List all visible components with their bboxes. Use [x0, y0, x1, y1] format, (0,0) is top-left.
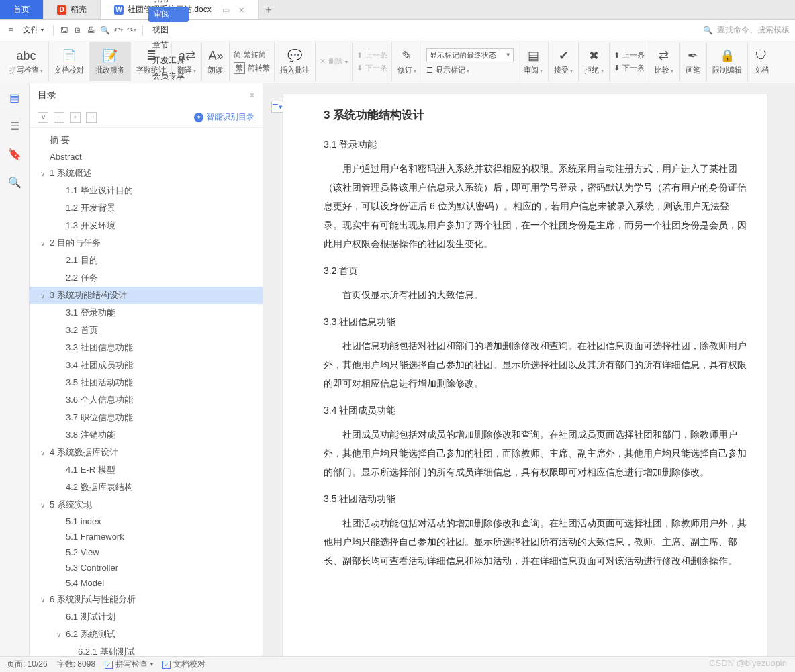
smart-toc-button[interactable]: ✦ 智能识别目录 — [194, 111, 254, 123]
toc-item-label: 6.2.1 基础测试 — [78, 646, 135, 656]
rb-next2[interactable]: ⬇下一条 — [614, 63, 645, 73]
toc-item[interactable]: 6.2.1 基础测试 — [30, 643, 263, 656]
toc-item[interactable]: ∨4 系统数据库设计 — [30, 444, 263, 461]
rb-show-marks[interactable]: ☰显示标记 — [426, 65, 514, 75]
bookmark-icon[interactable]: 🔖 — [7, 146, 22, 161]
toc-item[interactable]: 3.8 注销功能 — [30, 426, 263, 444]
rb-pen[interactable]: ✒画笔 — [680, 42, 707, 81]
toc-close-icon[interactable]: × — [250, 91, 254, 100]
rb-docproof[interactable]: 📄文档校对 — [49, 42, 90, 81]
rb-fanjian-bot[interactable]: 繁简转繁 — [234, 62, 270, 74]
toc-item[interactable]: 3.4 社团成员功能 — [30, 356, 263, 374]
toc-item[interactable]: 3.3 社团信息功能 — [30, 339, 263, 356]
toc-item[interactable]: 5.1 Framework — [30, 529, 263, 544]
rb-fanjian-top[interactable]: 简繁转简 — [234, 50, 270, 60]
toc-item[interactable]: 2.2 任务 — [30, 269, 263, 287]
status-spellcheck[interactable]: ✓拼写检查 ▾ — [105, 659, 153, 670]
simplify-icon: 简 — [234, 50, 241, 60]
toc-tree[interactable]: 摘 要Abstract∨1 系统概述1.1 毕业设计目的1.2 开发背景1.3 … — [30, 128, 263, 656]
page-tool-icon[interactable]: ☰▾ — [271, 101, 283, 113]
status-page[interactable]: 页面: 10/26 — [7, 659, 48, 670]
rb-prev-annot[interactable]: ⬆上一条 — [357, 50, 387, 60]
toc-item[interactable]: 2.1 目的 — [30, 252, 263, 269]
search-icon[interactable]: 🔍 — [703, 26, 713, 35]
tab-window-icon[interactable]: ▭ — [222, 5, 230, 15]
toc-item-label: 6 系统测试与性能分析 — [50, 593, 136, 606]
toc-item[interactable]: 3.1 登录功能 — [30, 304, 263, 322]
chevron-down-icon: ∨ — [40, 501, 50, 509]
toc-item[interactable]: 3.5 社团活动功能 — [30, 374, 263, 391]
new-tab-button[interactable]: + — [259, 0, 279, 19]
expand-all-icon[interactable]: − — [54, 112, 64, 123]
toc-item-label: 1 系统概述 — [50, 167, 92, 179]
tab-home[interactable]: 首页 — [0, 0, 44, 19]
toc-item[interactable]: ∨2 目的与任务 — [30, 234, 263, 252]
toc-item[interactable]: ∨6.2 系统测试 — [30, 626, 263, 643]
check-icon: ✓ — [162, 661, 171, 669]
rb-reviewpane[interactable]: ▤审阅 — [518, 42, 549, 81]
toc-item[interactable]: 3.2 首页 — [30, 322, 263, 339]
menu-视图[interactable]: 视图 — [148, 22, 189, 38]
collapse-all-icon[interactable]: ∨ — [38, 112, 48, 123]
toc-item[interactable]: ∨1 系统概述 — [30, 164, 263, 182]
rb-compare[interactable]: ⇄比较 — [649, 42, 680, 81]
toc-item-label: 3.6 个人信息功能 — [66, 394, 133, 406]
rb-spellcheck[interactable]: abc拼写检查 — [4, 42, 49, 81]
toc-item[interactable]: 4.2 数据库表结构 — [30, 479, 263, 496]
document-viewport[interactable]: ☰▾ 3 系统功能结构设计 3.1 登录功能 用户通过用户名和密码进入系统并获得… — [263, 83, 795, 656]
toc-item[interactable]: 1.3 开发环境 — [30, 217, 263, 234]
toc-item[interactable]: ∨6 系统测试与性能分析 — [30, 591, 263, 608]
toc-item-label: 5 系统实现 — [50, 499, 92, 511]
shell-icon: D — [57, 5, 66, 15]
rb-restrict[interactable]: 🔒限制编辑 — [707, 42, 748, 81]
hamburger-icon[interactable]: ≡ — [5, 25, 16, 36]
menu-file[interactable]: 文件 ▾ — [19, 22, 48, 38]
rb-revise[interactable]: ✎修订 — [392, 42, 422, 81]
undo-icon[interactable]: ↶ — [113, 25, 124, 36]
toc-item[interactable]: 4.1 E-R 模型 — [30, 461, 263, 479]
redo-icon[interactable]: ↷ — [126, 25, 137, 36]
save-icon[interactable]: 🖫 — [59, 25, 70, 36]
rb-insert-annot[interactable]: 💬插入批注 — [275, 42, 316, 81]
close-icon[interactable]: × — [239, 5, 244, 15]
rb-next-annot[interactable]: ⬇下一条 — [357, 63, 387, 73]
rb-wordcount[interactable]: ≣字数统计 — [131, 42, 172, 81]
toc-item[interactable]: ∨3 系统功能结构设计 — [30, 287, 263, 304]
toc-icon[interactable]: ▤ — [7, 90, 22, 105]
rb-delete[interactable]: ✕删除 — [320, 56, 347, 66]
search-side-icon[interactable]: 🔍 — [7, 175, 22, 189]
preview-icon[interactable]: 🔍 — [99, 25, 110, 36]
rb-accept[interactable]: ✔接受 — [549, 42, 579, 81]
print-icon[interactable]: 🖶 — [86, 25, 97, 36]
status-words[interactable]: 字数: 8098 — [57, 659, 95, 670]
toc-item[interactable]: 6.1 测试计划 — [30, 608, 263, 626]
saveas-icon[interactable]: 🗎 — [73, 25, 83, 36]
toc-item[interactable]: 摘 要 — [30, 132, 263, 149]
toc-item[interactable]: 1.2 开发背景 — [30, 199, 263, 217]
status-docproof[interactable]: ✓文档校对 — [162, 659, 205, 670]
rb-prev2[interactable]: ⬆上一条 — [614, 50, 645, 60]
tab-shell[interactable]: D稻壳 — [44, 0, 101, 19]
toc-item[interactable]: 1.1 毕业设计目的 — [30, 182, 263, 199]
toc-title: 目录 — [38, 89, 56, 101]
toc-item[interactable]: 3.6 个人信息功能 — [30, 391, 263, 409]
rb-track-state[interactable]: 显示标记的最终状态 — [426, 48, 514, 62]
rb-correction[interactable]: 📝批改服务 — [90, 42, 131, 81]
rb-docauth[interactable]: 🛡文档 — [748, 42, 775, 81]
rb-translate[interactable]: a⇄翻译 — [172, 42, 202, 81]
rb-reject[interactable]: ✖拒绝 — [579, 42, 609, 81]
menu-引用[interactable]: 引用 — [148, 0, 189, 7]
toc-item[interactable]: 3.7 职位信息功能 — [30, 409, 263, 426]
toc-item[interactable]: 5.4 Model — [30, 575, 263, 591]
toc-item[interactable]: 5.3 Controller — [30, 560, 263, 575]
level-up-icon[interactable]: + — [70, 112, 81, 123]
rb-read[interactable]: A»朗读 — [202, 42, 230, 81]
nav-icon[interactable]: ☰ — [7, 118, 22, 133]
toc-item[interactable]: 5.2 View — [30, 544, 263, 560]
toc-item[interactable]: ∨5 系统实现 — [30, 496, 263, 514]
more-icon[interactable]: ⋯ — [86, 112, 97, 123]
search-input[interactable]: 查找命令、搜索模板 — [717, 24, 790, 36]
menu-审阅[interactable]: 审阅 — [148, 7, 189, 22]
toc-item[interactable]: 5.1 index — [30, 514, 263, 529]
toc-item[interactable]: Abstract — [30, 149, 263, 164]
